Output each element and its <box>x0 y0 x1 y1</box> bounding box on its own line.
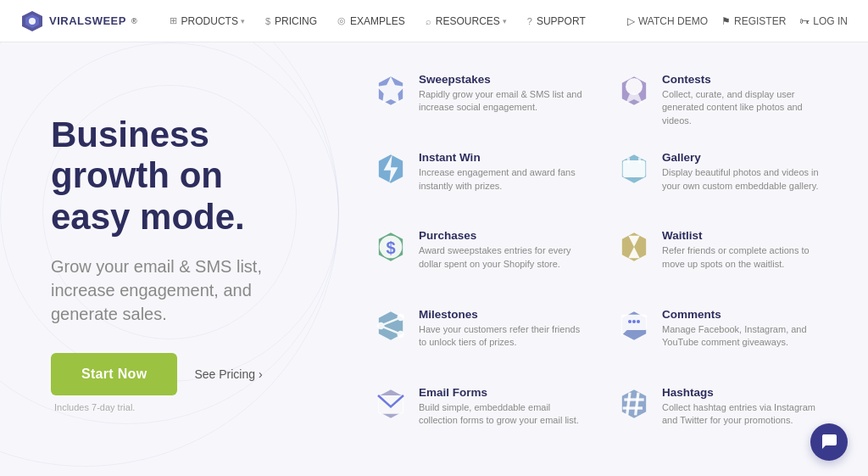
product-icon-4: $ <box>374 230 408 264</box>
svg-rect-11 <box>627 158 630 164</box>
arrow-icon: › <box>259 367 263 381</box>
product-name: Sweepstakes <box>419 73 582 86</box>
chevron-down-icon: ▾ <box>241 17 245 25</box>
hash-icon <box>616 386 652 422</box>
nav-resources[interactable]: ⌕ RESOURCES ▾ <box>417 10 515 32</box>
product-desc: Refer friends or complete actions to mov… <box>662 244 826 271</box>
product-desc: Manage Facebook, Instagram, and YouTube … <box>662 323 826 350</box>
product-item-milestones[interactable]: Milestones Have your customers refer the… <box>364 301 591 374</box>
grid-icon: ⊞ <box>170 15 177 26</box>
play-icon: ▷ <box>627 15 635 27</box>
product-desc: Rapidly grow your email & SMS list and i… <box>419 88 582 115</box>
svg-rect-10 <box>623 160 646 177</box>
product-name: Gallery <box>662 151 826 164</box>
svg-text:$: $ <box>386 239 395 258</box>
product-item-gallery[interactable]: Gallery Display beautiful photos and vid… <box>608 144 834 217</box>
product-item-sweepstakes[interactable]: Sweepstakes Rapidly grow your email & SM… <box>364 66 591 139</box>
location-icon: ◎ <box>337 15 346 26</box>
product-icon-2 <box>374 152 408 186</box>
svg-point-20 <box>398 330 404 337</box>
products-grid: Sweepstakes Rapidly grow your email & SM… <box>339 42 868 476</box>
product-name: Waitlist <box>662 229 826 242</box>
hero-section: Business growth on easy mode. Grow your … <box>0 42 339 476</box>
product-item-comments[interactable]: Comments Manage Facebook, Instagram, and… <box>608 301 834 374</box>
logo-text: VIRALSWEEP <box>49 14 126 27</box>
svg-point-6 <box>626 78 643 95</box>
chat-bubble[interactable] <box>810 423 848 461</box>
register-link[interactable]: ⚑ REGISTER <box>721 15 786 27</box>
product-desc: Build simple, embeddable email collectio… <box>419 401 582 428</box>
ribbon-icon <box>616 73 652 109</box>
navigation: VIRALSWEEP® ⊞ PRODUCTS ▾ $ PRICING ◎ EXA… <box>0 0 868 42</box>
chevron-down-icon: ▾ <box>503 17 507 25</box>
product-icon-0 <box>374 74 408 108</box>
chat-icon <box>820 433 838 451</box>
product-item-hashtags[interactable]: Hashtags Collect hashtag entries via Ins… <box>608 379 834 452</box>
nav-support[interactable]: ? SUPPORT <box>519 10 594 32</box>
search-icon: ⌕ <box>426 16 431 26</box>
svg-rect-12 <box>638 158 641 164</box>
product-icon-8 <box>374 387 408 421</box>
svg-point-18 <box>377 322 384 328</box>
product-item-purchases[interactable]: $ Purchases Award sweepstakes entries fo… <box>364 222 591 295</box>
start-now-button[interactable]: Start Now <box>51 353 177 395</box>
svg-point-24 <box>628 320 632 323</box>
product-desc: Have your customers refer their friends … <box>419 323 582 350</box>
logo[interactable]: VIRALSWEEP® <box>20 9 137 33</box>
product-name: Instant Win <box>419 151 582 164</box>
product-desc: Award sweepstakes entries for every doll… <box>419 244 582 271</box>
product-name: Hashtags <box>662 386 826 399</box>
product-name: Comments <box>662 308 826 321</box>
product-item-waitlist[interactable]: Waitlist Refer friends or complete actio… <box>608 222 834 295</box>
nav-right: ▷ WATCH DEMO ⚑ REGISTER 🗝 LOG IN <box>627 15 848 27</box>
svg-point-2 <box>29 18 36 25</box>
svg-point-25 <box>632 320 636 323</box>
product-name: Milestones <box>419 308 582 321</box>
product-name: Email Forms <box>419 386 582 399</box>
trophy-icon <box>373 73 409 109</box>
nav-examples[interactable]: ◎ EXAMPLES <box>329 10 414 32</box>
product-name: Purchases <box>419 229 582 242</box>
svg-point-19 <box>398 313 404 320</box>
nav-pricing[interactable]: $ PRICING <box>257 10 326 32</box>
watch-demo-link[interactable]: ▷ WATCH DEMO <box>627 15 708 27</box>
logo-icon <box>20 9 44 33</box>
dollar-icon: $ <box>373 229 409 265</box>
hero-subtext: Grow your email & SMS list, increase eng… <box>51 255 305 326</box>
product-desc: Increase engagement and award fans insta… <box>419 166 582 193</box>
film-icon <box>616 151 652 187</box>
product-icon-7 <box>617 309 651 343</box>
hero-actions: Start Now See Pricing › <box>51 353 305 395</box>
product-desc: Collect hashtag entries via Instagram an… <box>662 401 826 428</box>
share-icon <box>373 308 409 344</box>
product-icon-1 <box>617 74 651 108</box>
main-content: Business growth on easy mode. Grow your … <box>0 42 868 476</box>
product-item-instant-win[interactable]: Instant Win Increase engagement and awar… <box>364 144 591 217</box>
see-pricing-link[interactable]: See Pricing › <box>194 367 262 381</box>
login-link[interactable]: 🗝 LOG IN <box>799 15 848 27</box>
question-icon: ? <box>527 16 532 26</box>
dollar-icon: $ <box>265 16 270 26</box>
svg-marker-29 <box>622 389 646 417</box>
nav-products[interactable]: ⊞ PRODUCTS ▾ <box>161 10 253 32</box>
chat-icon <box>616 308 652 344</box>
product-item-contests[interactable]: Contests Collect, curate, and display us… <box>608 66 834 139</box>
product-icon-5 <box>617 230 651 264</box>
product-item-email-forms[interactable]: Email Forms Build simple, embeddable ema… <box>364 379 591 452</box>
product-desc: Collect, curate, and display user genera… <box>662 88 826 127</box>
product-icon-3 <box>617 152 651 186</box>
hero-heading: Business growth on easy mode. <box>51 115 305 238</box>
product-desc: Display beautiful photos and videos in y… <box>662 166 826 193</box>
email-icon <box>373 386 409 422</box>
product-icon-6 <box>374 309 408 343</box>
product-name: Contests <box>662 73 826 86</box>
key-icon: 🗝 <box>799 15 810 27</box>
flag-icon: ⚑ <box>721 15 731 27</box>
bolt-icon <box>373 151 409 187</box>
hourglass-icon <box>616 229 652 265</box>
svg-point-26 <box>637 320 640 323</box>
logo-reg: ® <box>131 17 137 25</box>
product-icon-9 <box>617 387 651 421</box>
nav-links: ⊞ PRODUCTS ▾ $ PRICING ◎ EXAMPLES ⌕ RESO… <box>161 10 627 32</box>
trial-note: Includes 7-day trial. <box>54 402 305 412</box>
